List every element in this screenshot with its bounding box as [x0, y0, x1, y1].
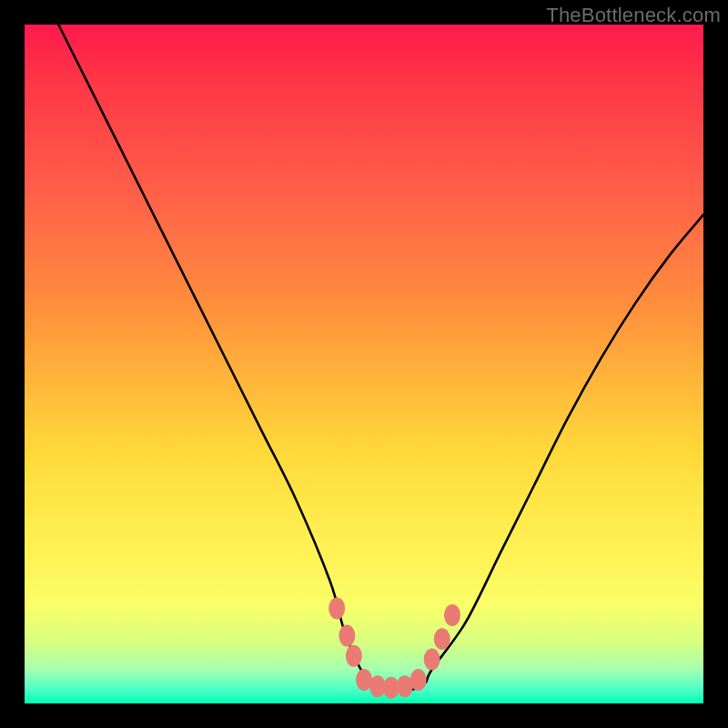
watermark-text: TheBottleneck.com: [546, 4, 721, 27]
curve-markers: [329, 598, 460, 699]
bottleneck-curve: [58, 25, 703, 691]
curve-marker: [410, 669, 427, 691]
curve-layer: [25, 25, 703, 703]
chart-frame: TheBottleneck.com: [0, 0, 728, 728]
gradient-plot-area: [25, 25, 703, 703]
curve-marker: [346, 645, 362, 667]
curve-marker: [329, 598, 345, 620]
curve-marker: [339, 624, 355, 646]
curve-marker: [424, 649, 440, 671]
curve-marker: [434, 628, 450, 650]
curve-marker: [444, 604, 460, 626]
